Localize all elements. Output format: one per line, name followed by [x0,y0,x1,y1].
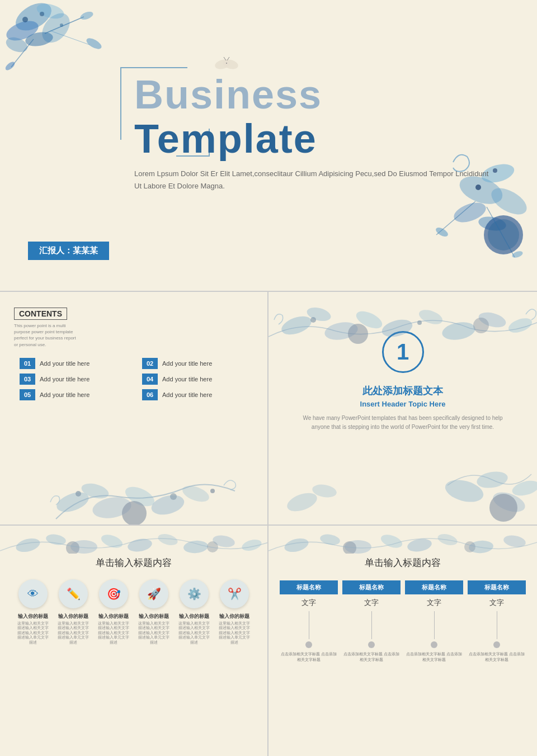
slide5-floral-top-icon [268,526,537,554]
contents-item-text-4: Add your title here [162,376,212,382]
svg-point-43 [76,491,81,497]
col-1: 标题名称 文字 点击添加相关文字标题 点击添加相关文字标题 [280,580,338,663]
contents-num-3: 03 [20,374,35,385]
svg-point-57 [310,317,316,323]
slide2-floral-icon [28,446,241,525]
svg-point-56 [473,318,489,333]
icon-label-title-6: 输入你的标题 [217,613,252,620]
icon-circle-2: ✏️ [59,579,88,608]
section-header-cn: 此处添加标题文本 [291,384,515,398]
icon-item-5: ⚙️ [177,579,211,608]
svg-point-44 [170,493,177,500]
contents-num-2: 02 [142,358,158,369]
icon-circle-6: ✂️ [220,579,249,608]
slide3-floral-top-icon [268,292,537,348]
svg-point-63 [489,494,517,522]
slide3-floral-bottom-icon [268,457,537,525]
icon-circle-5: ⚙️ [180,579,209,608]
contents-num-4: 04 [142,374,158,385]
butterfly-icon [213,56,241,73]
icon-label-desc-2: 这里输入相关文字描述输入相关文字描述输入相关文字描述输入单元文字描述 [56,621,91,645]
contents-desc: This power point is a multi purpose powe… [14,323,81,348]
svg-point-58 [417,320,422,325]
icon-label-5: 输入你的标题 这里输入相关文字描述输入相关文字描述输入相关文字描述输入单元文字描… [177,613,211,645]
svg-point-62 [511,478,537,498]
col-header-1: 标题名称 [280,580,338,594]
svg-point-50 [380,316,414,340]
contents-item-3: 03 Add your title here [20,374,131,385]
icon-label-title-3: 输入你的标题 [96,613,131,620]
contents-item-text-2: Add your title here [162,360,212,367]
icon-label-title-1: 输入你的标题 [16,613,50,620]
col-dot-3 [431,641,437,648]
svg-point-41 [180,483,211,505]
svg-point-42 [122,501,147,525]
icon-labels-row: 输入你的标题 这里输入相关文字描述输入相关文字描述输入相关文字描述输入单元文字描… [0,613,267,645]
col-subtext-3: 文字 [427,598,441,608]
slide3: 1 此处添加标题文本 Insert Header Topic Here We h… [268,292,537,525]
reporter-bar: 汇报人：某某某 [28,242,109,260]
col-desc-4: 点击添加相关文字标题 点击添加相关文字标题 [468,651,526,663]
svg-point-72 [183,540,209,554]
svg-point-40 [149,492,186,518]
col-header-4: 标题名称 [468,580,526,594]
contents-section: CONTENTS This power point is a multi pur… [0,292,267,412]
slide5-title: 单击输入标题内容 [268,556,537,569]
col-vline-4 [497,611,497,639]
svg-point-55 [348,324,368,344]
icon-circle-3: 🎯 [99,579,128,608]
svg-point-13 [40,12,44,16]
icon-label-title-5: 输入你的标题 [177,613,211,620]
icon-label-desc-5: 这里输入相关文字描述输入相关文字描述输入相关文字描述输入单元文字描述 [177,621,211,645]
slide4: 单击输入标题内容 👁 ✏️ 🎯 🚀 ⚙️ ✂️ [0,526,268,756]
contents-item-1: 01 Add your title here [20,358,131,369]
icon-item-2: ✏️ [56,579,91,608]
col-subtext-2: 文字 [364,598,379,608]
svg-point-10 [85,36,103,51]
col-vline-1 [309,611,309,639]
icon-item-1: 👁 [16,579,50,608]
icon-label-desc-4: 这里输入相关文字描述输入相关文字描述输入相关文字描述输入单元文字描述 [136,621,171,645]
icon-label-title-4: 输入你的标题 [136,613,171,620]
floral-topleft-icon [0,0,123,101]
contents-item-2: 02 Add your title here [142,358,253,369]
icon-label-3: 输入你的标题 这里输入相关文字描述输入相关文字描述输入相关文字描述输入单元文字描… [96,613,131,645]
col-dot-2 [368,641,375,648]
col-dot-1 [305,641,312,648]
svg-point-32 [435,226,450,238]
contents-item-text-5: Add your title here [40,391,90,398]
icon-label-6: 输入你的标题 这里输入相关文字描述输入相关文字描述输入相关文字描述输入单元文字描… [217,613,252,645]
col-desc-2: 点击添加相关文字标题 点击添加相关文字标题 [342,651,401,663]
slide1: Business Template Lorem Lpsum Dolor Sit … [0,0,537,291]
icon-label-desc-1: 这里输入相关文字描述输入相关文字描述输入相关文字描述输入单元文字描述 [16,621,50,645]
svg-point-29 [488,219,519,251]
icon-item-3: 🎯 [96,579,131,608]
contents-num-5: 05 [20,389,35,400]
col-subtext-1: 文字 [302,598,316,608]
col-vline-2 [371,611,372,639]
svg-point-9 [79,10,95,21]
svg-point-80 [379,532,404,550]
icon-item-4: 🚀 [136,579,171,608]
icon-label-1: 输入你的标题 这里输入相关文字描述输入相关文字描述输入相关文字描述输入单元文字描… [16,613,50,645]
slide5: 单击输入标题内容 标题名称 文字 点击添加相关文字标题 点击添加相关文字标题 标… [268,526,537,756]
svg-point-52 [441,320,477,342]
slides-row3: 单击输入标题内容 👁 ✏️ 🎯 🚀 ⚙️ ✂️ [0,525,537,756]
slide4-title: 单击输入标题内容 [0,556,267,569]
svg-point-70 [126,537,153,553]
svg-point-45 [210,489,215,493]
contents-item-text-1: Add your title here [40,360,90,367]
svg-point-64 [285,489,319,514]
icon-label-desc-6: 这里输入相关文字描述输入相关文字描述输入相关文字描述输入单元文字描述 [217,621,252,645]
col-desc-1: 点击添加相关文字标题 点击添加相关文字标题 [280,651,338,663]
contents-item-6: 06 Add your title here [142,389,253,400]
subtitle-text: Lorem Lpsum Dolor Sit Er Elit Lamet,cons… [134,168,492,192]
contents-label: CONTENTS [14,308,67,320]
svg-point-14 [60,23,63,27]
col-header-2: 标题名称 [342,580,401,594]
col-subtext-4: 文字 [489,598,504,608]
icon-circle-1: 👁 [18,579,48,608]
section-desc: We have many PowerPoint templates that h… [291,414,515,432]
icon-label-4: 输入你的标题 这里输入相关文字描述输入相关文字描述输入相关文字描述输入单元文字描… [136,613,171,645]
contents-item-5: 05 Add your title here [20,389,131,400]
